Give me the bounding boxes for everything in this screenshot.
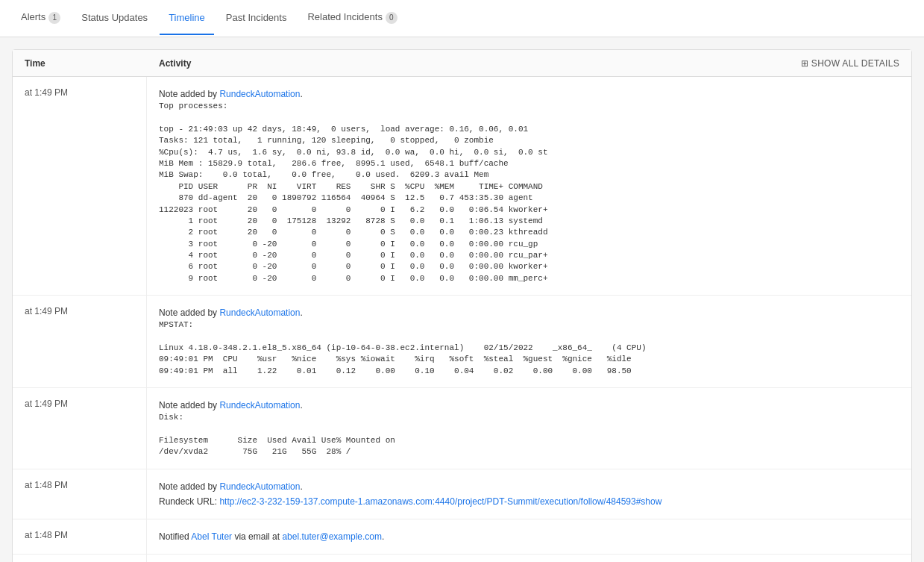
- note-author-link[interactable]: RundeckAutomation: [219, 307, 300, 318]
- note-prefix: Note added by: [159, 307, 219, 318]
- note-author-link[interactable]: RundeckAutomation: [219, 481, 300, 492]
- activity-cell: Note added by RundeckAutomation. Top pro…: [147, 77, 911, 295]
- tab-status-updates[interactable]: Status Updates: [72, 1, 157, 35]
- table-row: at 1:49 PM Note added by RundeckAutomati…: [13, 77, 911, 296]
- time-cell: at 1:49 PM: [13, 77, 147, 295]
- note-prefix: Note added by: [159, 481, 219, 492]
- note-content: Disk: Filesystem Size Used Avail Use% Mo…: [159, 412, 899, 458]
- tab-related-incidents[interactable]: Related Incidents0: [298, 1, 406, 36]
- notified-middle: via email at: [232, 531, 282, 542]
- activity-cell: Notified Abel Tuter via email at abel.tu…: [147, 519, 911, 554]
- time-cell: at 1:48 PM: [13, 555, 147, 562]
- time-cell: at 1:49 PM: [13, 388, 147, 469]
- table-row: at 1:48 PM Note added by RundeckAutomati…: [13, 469, 911, 519]
- expand-icon: ⊞: [801, 58, 808, 69]
- activity-cell: Note added by RundeckAutomation. Rundeck…: [147, 469, 911, 519]
- rundeck-url-label: Rundeck URL:: [159, 496, 219, 507]
- note-author-link[interactable]: RundeckAutomation: [219, 89, 300, 99]
- time-cell: at 1:48 PM: [13, 469, 147, 519]
- notified-prefix: Notified: [159, 531, 191, 542]
- tabs-bar: Alerts1 Status Updates Timeline Past Inc…: [0, 0, 924, 37]
- notified-person-link[interactable]: Abel Tuter: [191, 531, 232, 542]
- col-time-header: Time: [25, 58, 45, 69]
- table-row: at 1:49 PM Note added by RundeckAutomati…: [13, 296, 911, 388]
- table-row: at 1:49 PM Note added by RundeckAutomati…: [13, 388, 911, 469]
- activity-cell: Triggered and assigned, automatically li…: [147, 555, 911, 562]
- tab-past-incidents[interactable]: Past Incidents: [217, 1, 296, 35]
- rundeck-url-link[interactable]: http://ec2-3-232-159-137.compute-1.amazo…: [219, 496, 661, 507]
- activity-cell: Note added by RundeckAutomation. Disk: F…: [147, 388, 911, 469]
- table-row: at 1:48 PM Notified Abel Tuter via email…: [13, 519, 911, 555]
- col-activity-header: Activity: [159, 58, 191, 69]
- note-prefix: Note added by: [159, 400, 219, 410]
- tab-timeline[interactable]: Timeline: [160, 1, 214, 35]
- note-content: MPSTAT: Linux 4.18.0-348.2.1.el8_5.x86_6…: [159, 319, 899, 377]
- show-all-details-button[interactable]: ⊞ SHOW ALL DETAILS: [801, 58, 899, 69]
- note-prefix: Note added by: [159, 89, 219, 99]
- note-content: Top processes: top - 21:49:03 up 42 days…: [159, 101, 899, 284]
- time-cell: at 1:48 PM: [13, 519, 147, 554]
- note-author-link[interactable]: RundeckAutomation: [219, 400, 300, 410]
- time-cell: at 1:49 PM: [13, 296, 147, 387]
- table-row: at 1:48 PM Triggered and assigned, autom…: [13, 555, 911, 562]
- activity-cell: Note added by RundeckAutomation. MPSTAT:…: [147, 296, 911, 387]
- tab-alerts[interactable]: Alerts1: [12, 1, 69, 36]
- notified-email-link[interactable]: abel.tuter@example.com: [282, 531, 382, 542]
